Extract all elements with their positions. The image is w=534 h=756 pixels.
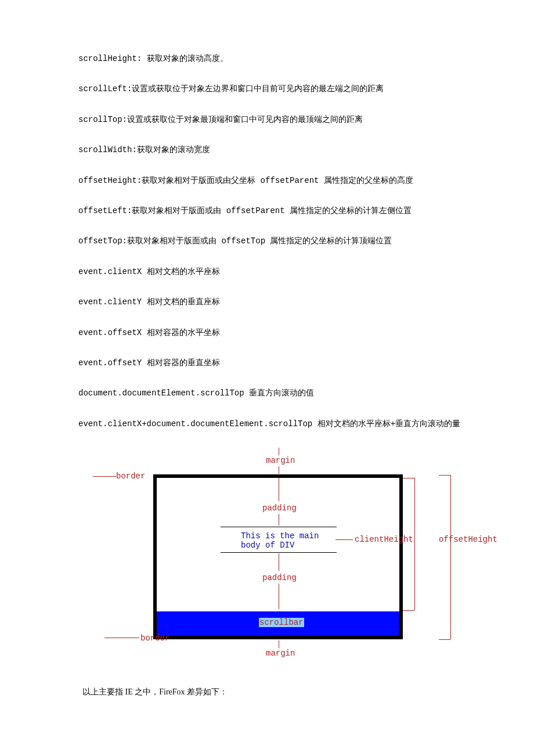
scrollbar-label: scrollbar	[259, 618, 304, 627]
client-bracket	[414, 478, 415, 610]
offsetheight-label: offsetHeight	[439, 535, 497, 544]
border-bottom-line	[104, 638, 139, 638]
client-top-tick	[403, 478, 414, 478]
client-body-tick	[335, 539, 353, 540]
body-bottom-hr	[221, 552, 337, 553]
definition-line: event.clientY 相对文档的垂直座标	[58, 296, 476, 308]
margin-top-tick2	[279, 466, 279, 474]
definition-line: offsetTop:获取对象相对于版面或由 offsetTop 属性指定的父坐标…	[58, 235, 476, 247]
definition-line: scrollWidth:获取对象的滚动宽度	[58, 143, 476, 156]
border-top-line	[93, 476, 116, 477]
padding-top-line2	[279, 514, 279, 525]
offset-bottom-tick	[439, 639, 450, 640]
definition-line: event.offsetY 相对容器的垂直坐标	[58, 357, 476, 369]
offset-bracket	[450, 475, 451, 639]
body-text-line1: This is the main	[241, 531, 319, 541]
border-bottom-label: border	[140, 633, 169, 643]
body-text-line2: body of DIV	[241, 541, 294, 550]
border-top-label: border	[116, 471, 145, 481]
box-model-diagram: margin border padding This is the main b…	[93, 448, 499, 668]
padding-bottom-line1	[279, 553, 279, 571]
definition-line: event.clientX+document.documentElement.s…	[58, 417, 476, 430]
definition-line: event.clientX 相对文档的水平座标	[58, 265, 476, 278]
definition-line: offsetLeft:获取对象相对于版面或由 offsetParent 属性指定…	[58, 204, 476, 217]
document-page: scrollHeight: 获取对象的滚动高度。 scrollLeft:设置或获…	[0, 0, 534, 733]
definition-line: scrollHeight: 获取对象的滚动高度。	[58, 52, 476, 65]
margin-top-label: margin	[266, 456, 295, 465]
margin-bottom-label: margin	[266, 649, 295, 658]
margin-bottom-tick	[279, 640, 279, 648]
padding-top-label: padding	[262, 503, 297, 513]
definition-line: event.offsetX 相对容器的水平坐标	[58, 326, 476, 339]
definition-line: document.documentElement.scrollTop 垂直方向滚…	[58, 387, 476, 399]
footer-note: 以上主要指 IE 之中，FireFox 差异如下：	[58, 686, 476, 699]
definition-line: scrollLeft:设置或获取位于对象左边界和窗口中目前可见内容的最左端之间的…	[58, 82, 476, 95]
padding-bottom-label: padding	[262, 573, 297, 582]
definition-line: offsetHeight:获取对象相对于版面或由父坐标 offsetParent…	[58, 174, 476, 187]
padding-bottom-line2	[279, 584, 279, 609]
offset-top-tick	[439, 475, 450, 476]
clientheight-label: clientHeight	[355, 535, 413, 544]
padding-top-line	[279, 478, 279, 501]
definition-line: scrollTop:设置或获取位于对象最顶端和窗口中可见内容的最顶端之间的距离	[58, 113, 476, 126]
client-bottom-tick	[403, 610, 414, 611]
body-top-hr	[221, 527, 337, 527]
margin-top-tick	[279, 448, 279, 455]
